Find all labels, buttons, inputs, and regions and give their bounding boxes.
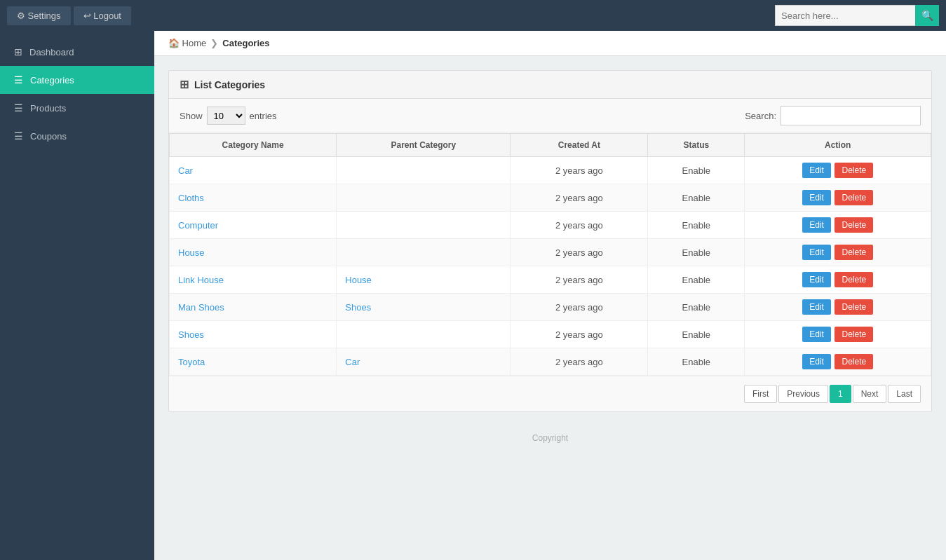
settings-button[interactable]: ⚙ Settings (7, 6, 71, 25)
table-row: Link House House 2 years ago Enable Edit… (170, 266, 931, 294)
table-row: Computer 2 years ago Enable Edit Delete (170, 212, 931, 239)
cell-created-at: 2 years ago (511, 294, 648, 321)
coupons-icon: ☰ (14, 130, 23, 142)
categories-table: Category Name Parent Category Created At… (169, 133, 931, 376)
cell-parent-category (337, 239, 511, 266)
delete-button[interactable]: Delete (834, 217, 873, 233)
entries-select[interactable]: 10 25 50 100 (207, 107, 245, 125)
cell-category-name: Toyota (170, 348, 337, 376)
category-link[interactable]: Computer (178, 220, 218, 231)
sidebar-item-products[interactable]: ☰ Products (0, 94, 154, 122)
sidebar-item-categories[interactable]: ☰ Categories (0, 66, 154, 94)
edit-button[interactable]: Edit (802, 272, 831, 287)
category-link[interactable]: Link House (178, 275, 224, 285)
edit-button[interactable]: Edit (802, 299, 831, 315)
delete-button[interactable]: Delete (834, 245, 873, 260)
cell-status: Enable (648, 157, 745, 184)
category-link[interactable]: Man Shoes (178, 302, 224, 313)
cell-status: Enable (648, 266, 745, 294)
cell-created-at: 2 years ago (511, 239, 648, 266)
edit-button[interactable]: Edit (802, 245, 831, 260)
edit-button[interactable]: Edit (802, 327, 831, 342)
edit-button[interactable]: Edit (802, 190, 831, 205)
delete-button[interactable]: Delete (834, 190, 873, 205)
col-created-at: Created At (511, 134, 648, 157)
col-status: Status (648, 134, 745, 157)
cell-category-name: House (170, 239, 337, 266)
copyright-label: Copyright (532, 433, 568, 443)
delete-button[interactable]: Delete (834, 354, 873, 369)
cell-parent-category (337, 212, 511, 239)
table-row: Car 2 years ago Enable Edit Delete (170, 157, 931, 184)
top-nav: ⚙ Settings ↩ Logout 🔍 (0, 0, 946, 31)
top-nav-left: ⚙ Settings ↩ Logout (7, 6, 131, 25)
cell-action: Edit Delete (745, 348, 931, 376)
top-search-input[interactable] (775, 5, 915, 26)
parent-category-link[interactable]: Car (345, 357, 360, 367)
sidebar-item-label: Coupons (30, 131, 67, 142)
card-header-label: List Categories (194, 79, 265, 90)
cell-action: Edit Delete (745, 266, 931, 294)
edit-button[interactable]: Edit (802, 163, 831, 178)
cell-category-name: Cloths (170, 184, 337, 212)
category-link[interactable]: Cloths (178, 193, 204, 203)
col-parent-category: Parent Category (337, 134, 511, 157)
table-search-input[interactable] (781, 106, 921, 125)
delete-button[interactable]: Delete (834, 327, 873, 342)
cell-action: Edit Delete (745, 294, 931, 321)
cell-parent-category (337, 321, 511, 348)
breadcrumb-home[interactable]: 🏠 Home (168, 38, 206, 48)
cell-action: Edit Delete (745, 212, 931, 239)
cell-status: Enable (648, 348, 745, 376)
cell-status: Enable (648, 294, 745, 321)
cell-created-at: 2 years ago (511, 184, 648, 212)
col-action: Action (745, 134, 931, 157)
cell-status: Enable (648, 239, 745, 266)
delete-button[interactable]: Delete (834, 272, 873, 287)
categories-card: ⊞ List Categories Show 10 25 50 100 entr… (168, 70, 932, 412)
parent-category-link[interactable]: Shoes (345, 302, 371, 313)
table-row: Cloths 2 years ago Enable Edit Delete (170, 184, 931, 212)
top-search-button[interactable]: 🔍 (915, 5, 939, 26)
breadcrumb: 🏠 Home ❯ Categories (154, 31, 946, 56)
edit-button[interactable]: Edit (802, 217, 831, 233)
table-row: Toyota Car 2 years ago Enable Edit Delet… (170, 348, 931, 376)
sidebar-item-label: Products (30, 103, 66, 114)
breadcrumb-current: Categories (222, 38, 269, 48)
grid-icon: ⊞ (180, 78, 189, 91)
next-page-button[interactable]: Next (853, 385, 887, 403)
footer: Copyright (154, 426, 946, 450)
parent-category-link[interactable]: House (345, 275, 372, 285)
current-page-button[interactable]: 1 (830, 385, 851, 403)
category-link[interactable]: Toyota (178, 357, 205, 367)
delete-button[interactable]: Delete (834, 163, 873, 178)
entries-label: entries (250, 111, 277, 121)
search-label: Search: (745, 111, 776, 121)
cell-created-at: 2 years ago (511, 212, 648, 239)
cell-action: Edit Delete (745, 239, 931, 266)
prev-page-button[interactable]: Previous (778, 385, 828, 403)
cell-status: Enable (648, 212, 745, 239)
cell-category-name: Computer (170, 212, 337, 239)
table-controls: Show 10 25 50 100 entries Search: (169, 99, 931, 133)
category-link[interactable]: House (178, 247, 205, 258)
category-link[interactable]: Shoes (178, 329, 204, 340)
cell-parent-category: Shoes (337, 294, 511, 321)
main-content: 🏠 Home ❯ Categories ⊞ List Categories Sh… (154, 31, 946, 560)
cell-parent-category: Car (337, 348, 511, 376)
category-link[interactable]: Car (178, 165, 193, 176)
edit-button[interactable]: Edit (802, 354, 831, 369)
cell-created-at: 2 years ago (511, 157, 648, 184)
cell-category-name: Link House (170, 266, 337, 294)
logout-button[interactable]: ↩ Logout (74, 6, 131, 25)
last-page-button[interactable]: Last (888, 385, 921, 403)
table-row: Man Shoes Shoes 2 years ago Enable Edit … (170, 294, 931, 321)
sidebar-item-coupons[interactable]: ☰ Coupons (0, 122, 154, 150)
dashboard-icon: ⊞ (14, 46, 22, 57)
first-page-button[interactable]: First (744, 385, 777, 403)
delete-button[interactable]: Delete (834, 299, 873, 315)
cell-category-name: Car (170, 157, 337, 184)
table-header-row: Category Name Parent Category Created At… (170, 134, 931, 157)
sidebar-item-dashboard[interactable]: ⊞ Dashboard (0, 38, 154, 66)
sidebar: ⊞ Dashboard ☰ Categories ☰ Products ☰ Co… (0, 31, 154, 560)
